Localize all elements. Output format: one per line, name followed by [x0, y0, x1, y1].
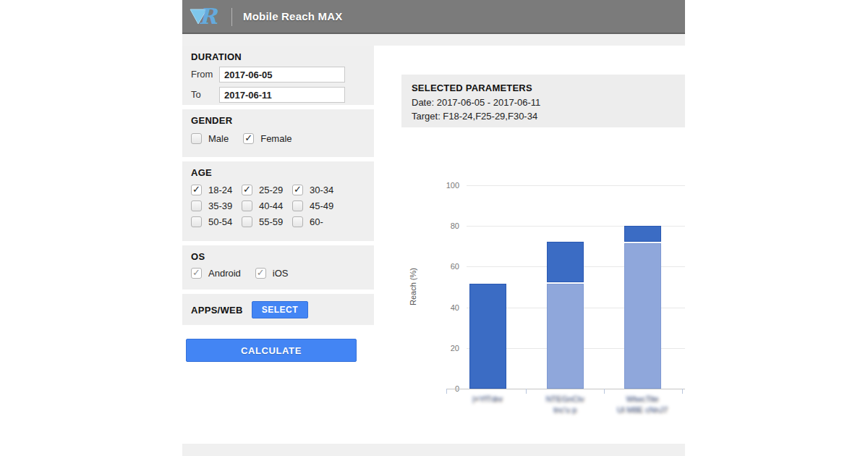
checkbox-35-39[interactable]	[191, 200, 202, 211]
checkbox-label-female: Female	[260, 133, 292, 144]
checkbox-android[interactable]	[191, 268, 202, 279]
date-to-input[interactable]	[219, 87, 345, 103]
y-tick-label: 40	[417, 303, 459, 312]
from-label: From	[191, 69, 213, 80]
checkbox-ios[interactable]	[255, 268, 266, 279]
checkbox-item-60[interactable]: 60-	[292, 216, 343, 227]
to-label: To	[191, 89, 201, 100]
bar-segment-incremental[interactable]	[469, 284, 506, 389]
checkbox-item-55-59[interactable]: 55-59	[242, 216, 292, 227]
bar-segment-base[interactable]	[547, 284, 584, 389]
os-section: OS AndroidiOS	[182, 245, 374, 290]
checkbox-30-34[interactable]	[292, 185, 303, 195]
checkbox-label-40-44: 40-44	[259, 200, 283, 211]
x-category-label: WtwcTiteUl M8E cNnJ7	[588, 394, 685, 415]
x-axis-line	[446, 389, 685, 389]
checkbox-item-male[interactable]: Male	[191, 133, 229, 144]
checkbox-label-android: Android	[208, 268, 241, 279]
duration-section: DURATION From To	[182, 46, 374, 105]
checkbox-item-50-54[interactable]: 50-54	[191, 216, 242, 227]
calculate-button[interactable]: CALCULATE	[186, 339, 357, 362]
gridline	[467, 185, 685, 186]
checkbox-60[interactable]	[292, 216, 303, 227]
os-title: OS	[191, 251, 365, 262]
checkbox-45-49[interactable]	[292, 200, 303, 211]
y-tick-label: 20	[417, 344, 459, 352]
checkbox-item-18-24[interactable]: 18-24	[191, 185, 242, 195]
checkbox-label-male: Male	[208, 133, 229, 144]
age-section: AGE 18-2425-2930-3435-3940-4445-4950-545…	[182, 161, 374, 241]
checkbox-item-android[interactable]: Android	[191, 268, 241, 279]
checkbox-18-24[interactable]	[191, 185, 202, 195]
apps-web-select-button[interactable]: SELECT	[252, 301, 308, 318]
results-panel: SELECTED PARAMETERS Date: 2017-06-05 - 2…	[374, 46, 685, 444]
checkbox-label-30-34: 30-34	[310, 185, 333, 195]
checkbox-label-18-24: 18-24	[208, 185, 232, 195]
x-axis-tick	[446, 389, 447, 394]
header-bar: R Mobile Reach MAX	[182, 0, 685, 34]
vr-logo-icon: R	[188, 4, 223, 30]
checkbox-item-female[interactable]: Female	[243, 133, 292, 144]
checkbox-label-25-29: 25-29	[259, 185, 283, 195]
y-tick-label: 60	[417, 262, 459, 271]
apps-web-title: APPS/WEB	[191, 305, 243, 316]
checkbox-label-60: 60-	[310, 216, 323, 227]
x-axis-tick	[526, 389, 527, 394]
app-title: Mobile Reach MAX	[243, 10, 342, 22]
os-options: AndroidiOS	[191, 268, 365, 279]
y-tick-label: 100	[417, 181, 459, 190]
svg-text:R: R	[199, 4, 218, 29]
checkbox-label-55-59: 55-59	[259, 216, 283, 227]
checkbox-item-25-29[interactable]: 25-29	[242, 185, 292, 195]
duration-title: DURATION	[191, 51, 365, 62]
gender-options: MaleFemale	[191, 133, 365, 144]
checkbox-40-44[interactable]	[242, 200, 252, 211]
checkbox-item-40-44[interactable]: 40-44	[242, 200, 292, 211]
gender-section: GENDER MaleFemale	[182, 109, 374, 157]
bar-segment-incremental[interactable]	[624, 226, 661, 242]
header-divider	[231, 8, 232, 26]
checkbox-item-ios[interactable]: iOS	[255, 268, 289, 279]
checkbox-label-45-49: 45-49	[310, 200, 333, 211]
y-axis-title: Reach (%)	[409, 178, 417, 395]
checkbox-label-ios: iOS	[273, 268, 289, 279]
apps-web-section: APPS/WEB SELECT	[182, 294, 374, 325]
checkbox-male[interactable]	[191, 133, 202, 144]
x-axis-tick	[604, 389, 605, 394]
age-title: AGE	[191, 167, 365, 178]
page-background-strip-bottom	[182, 444, 685, 456]
checkbox-55-59[interactable]	[242, 216, 252, 227]
checkbox-item-45-49[interactable]: 45-49	[292, 200, 343, 211]
app-window: R Mobile Reach MAX DURATION From To GEND…	[182, 0, 685, 456]
bar-segment-incremental[interactable]	[547, 242, 584, 282]
bar-segment-base[interactable]	[624, 243, 661, 389]
checkbox-female[interactable]	[243, 133, 254, 144]
checkbox-label-50-54: 50-54	[208, 216, 232, 227]
checkbox-50-54[interactable]	[191, 216, 202, 227]
checkbox-label-35-39: 35-39	[208, 200, 232, 211]
y-tick-label: 80	[417, 221, 459, 230]
checkbox-25-29[interactable]	[242, 185, 252, 195]
reach-chart: Reach (%) 020406080100|=YfTdnrNTEGnCtvtn…	[374, 46, 685, 444]
x-axis-tick	[682, 389, 683, 394]
age-options: 18-2425-2930-3435-3940-4445-4950-5455-59…	[191, 185, 365, 227]
checkbox-item-35-39[interactable]: 35-39	[191, 200, 242, 211]
page-background-strip-top	[182, 34, 685, 46]
checkbox-item-30-34[interactable]: 30-34	[292, 185, 343, 195]
date-from-input[interactable]	[219, 67, 345, 83]
gender-title: GENDER	[191, 115, 365, 126]
